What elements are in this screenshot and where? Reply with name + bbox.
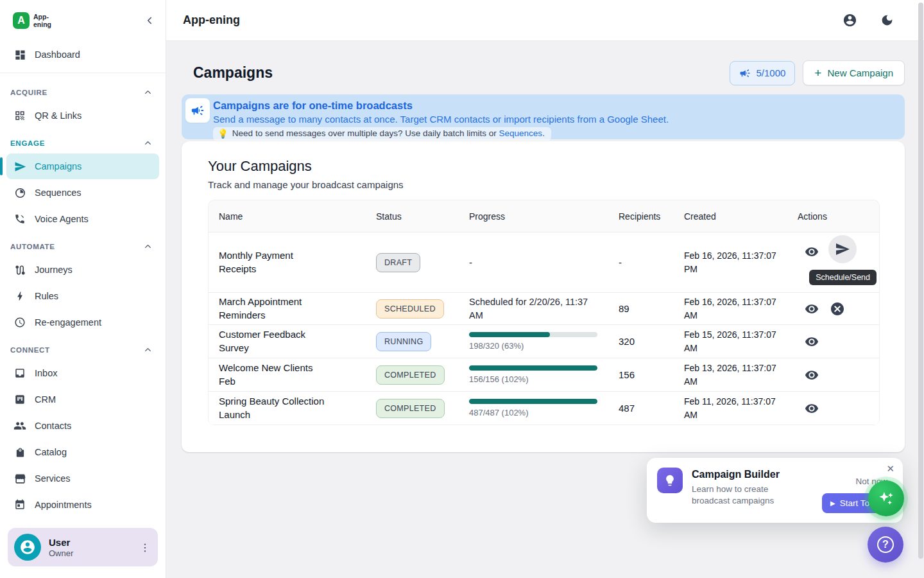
view-eye-icon[interactable]	[803, 399, 821, 417]
col-name: Name	[209, 211, 366, 222]
sidebar-item-contacts[interactable]: Contacts	[6, 413, 159, 439]
status-badge: COMPLETED	[376, 365, 445, 385]
scrollbar-thumb[interactable]	[918, 3, 923, 559]
sidebar-section-automate[interactable]: AUTOMATE	[0, 232, 166, 256]
play-icon: ▶	[830, 500, 835, 507]
storefront-icon	[13, 473, 27, 485]
sidebar-item-campaigns[interactable]: Campaigns	[6, 153, 159, 179]
banner-megaphone-icon	[185, 98, 210, 123]
sidebar-section-acquire[interactable]: ACQUIRE	[0, 78, 166, 102]
send-icon	[13, 161, 27, 173]
user-profile-card[interactable]: User Owner ⋮	[8, 528, 158, 566]
clock-icon	[13, 317, 27, 328]
account-icon[interactable]	[841, 12, 859, 30]
inbox-icon	[13, 367, 27, 379]
progress-value: 156/156 (102%)	[469, 374, 597, 384]
info-banner: Campaigns are for one-time broadcasts Se…	[182, 94, 905, 139]
phone-icon	[13, 213, 27, 225]
chevron-up-icon	[143, 87, 153, 97]
sidebar-item-voice-agents[interactable]: Voice Agents	[6, 206, 159, 232]
people-icon	[13, 419, 27, 432]
schedule-send-button[interactable]	[828, 235, 857, 263]
campaign-name: Welcome New Clients Feb	[219, 362, 331, 388]
sidebar-item-label: CRM	[35, 394, 56, 405]
lightning-icon	[13, 290, 27, 302]
lightbulb-badge-icon	[657, 468, 683, 493]
new-campaign-button[interactable]: + New Campaign	[803, 60, 905, 85]
table-row: Welcome New Clients Feb COMPLETED 156/15…	[209, 358, 879, 392]
chevron-up-icon	[143, 138, 153, 148]
table-row: Spring Beauty Collection Launch COMPLETE…	[209, 392, 879, 425]
sequences-link[interactable]: Sequences	[499, 128, 543, 138]
close-icon[interactable]: ✕	[886, 463, 894, 475]
table-row: March Appointment Reminders SCHEDULED Sc…	[209, 293, 879, 325]
sidebar-item-label: Sequences	[35, 188, 81, 198]
user-menu-dots-icon[interactable]: ⋮	[140, 541, 150, 554]
sidebar-item-services[interactable]: Services	[6, 466, 159, 491]
campaign-quota-badge[interactable]: 5/1000	[730, 61, 795, 85]
user-role: Owner	[49, 548, 73, 558]
sidebar-item-crm[interactable]: CRM	[6, 387, 159, 412]
chevron-left-icon	[144, 15, 155, 26]
sidebar-item-label: Campaigns	[35, 161, 81, 171]
status-badge: RUNNING	[376, 332, 431, 351]
sidebar: A App- ening Dashboard ACQUIRE QR & Link…	[0, 0, 166, 578]
popup-title: Campaign Builder	[692, 469, 794, 480]
dashboard-icon	[13, 49, 27, 61]
sidebar-item-qr-links[interactable]: QR & Links	[6, 103, 159, 128]
schedule-send-tooltip: Schedule/Send	[809, 270, 877, 285]
view-eye-icon[interactable]	[803, 333, 821, 351]
sparkles-icon	[877, 489, 896, 508]
col-progress: Progress	[459, 211, 608, 222]
cancel-x-icon[interactable]	[828, 300, 846, 318]
sidebar-item-rules[interactable]: Rules	[6, 283, 159, 309]
calendar-icon	[13, 499, 27, 511]
route-icon	[13, 264, 27, 276]
chevron-up-icon	[143, 345, 153, 355]
sidebar-item-label: QR & Links	[35, 110, 81, 121]
banner-description: Send a message to many contacts at once.…	[213, 114, 894, 125]
help-fab-button[interactable]: ?	[868, 527, 903, 563]
sidebar-item-re-engagement[interactable]: Re-engagement	[6, 310, 159, 335]
sidebar-header: A App- ening	[0, 0, 166, 41]
progress-value: Scheduled for 2/20/26, 11:37 AM	[459, 295, 608, 322]
app-logo-text: App- ening	[33, 13, 51, 28]
sidebar-item-appointments[interactable]: Appointments	[6, 492, 159, 518]
view-eye-icon[interactable]	[803, 366, 821, 384]
campaign-name: Customer Feedback Survey	[219, 328, 331, 355]
sidebar-item-sequences[interactable]: Sequences	[6, 180, 159, 206]
table-header-row: Name Status Progress Recipients Created …	[209, 200, 879, 232]
sidebar-item-label: Appointments	[35, 500, 92, 510]
chevron-up-icon	[143, 241, 153, 251]
sidebar-item-catalog[interactable]: Catalog	[6, 439, 159, 465]
lightbulb-icon: 💡	[218, 128, 228, 139]
sidebar-section-engage[interactable]: ENGAGE	[0, 129, 166, 153]
card-heading: Your Campaigns	[208, 158, 880, 175]
topbar: App-ening	[166, 0, 924, 41]
status-badge: DRAFT	[376, 253, 420, 272]
col-recipients: Recipients	[608, 211, 674, 222]
sidebar-item-inbox[interactable]: Inbox	[6, 360, 159, 386]
assistant-fab-button[interactable]	[868, 480, 904, 516]
sidebar-collapse-button[interactable]	[144, 15, 155, 26]
table-row: Customer Feedback Survey RUNNING 198/320…	[209, 325, 879, 358]
recipients-value: -	[608, 257, 674, 268]
status-badge: SCHEDULED	[376, 299, 444, 319]
created-value: Feb 15, 2026, 11:37:07 AM	[674, 328, 787, 355]
page-title: Campaigns	[193, 64, 273, 82]
recipients-value: 320	[608, 336, 674, 347]
sequences-icon	[13, 187, 27, 199]
view-eye-icon[interactable]	[803, 243, 821, 261]
col-created: Created	[674, 211, 787, 222]
view-eye-icon[interactable]	[803, 300, 821, 318]
col-actions: Actions	[787, 211, 879, 222]
sidebar-item-dashboard[interactable]: Dashboard	[6, 42, 159, 67]
sidebar-section-connect[interactable]: CONNECT	[0, 336, 166, 360]
dark-mode-moon-icon[interactable]	[878, 12, 896, 30]
sidebar-item-journeys[interactable]: Journeys	[6, 257, 159, 283]
campaign-name: March Appointment Reminders	[219, 295, 331, 322]
progress-bar: 487/487 (102%)	[469, 399, 597, 417]
sidebar-item-label: Dashboard	[35, 49, 80, 60]
status-badge: COMPLETED	[376, 399, 445, 418]
progress-value: 487/487 (102%)	[469, 408, 597, 417]
